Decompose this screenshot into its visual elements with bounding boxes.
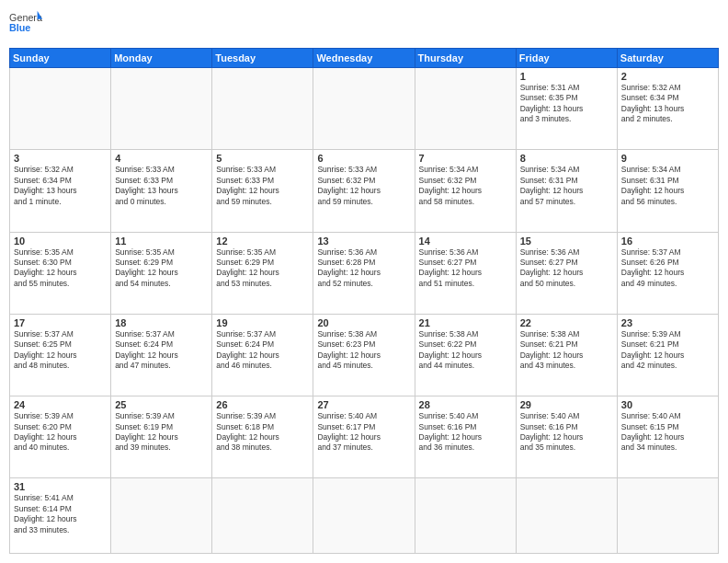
calendar-cell — [617, 478, 718, 554]
calendar-cell: 27Sunrise: 5:40 AM Sunset: 6:17 PM Dayli… — [313, 396, 415, 478]
calendar-cell: 16Sunrise: 5:37 AM Sunset: 6:26 PM Dayli… — [617, 232, 718, 314]
calendar-cell — [415, 478, 516, 554]
calendar-cell: 1Sunrise: 5:31 AM Sunset: 6:35 PM Daylig… — [516, 68, 617, 150]
week-row-0: 1Sunrise: 5:31 AM Sunset: 6:35 PM Daylig… — [10, 68, 719, 150]
day-info: Sunrise: 5:33 AM Sunset: 6:33 PM Dayligh… — [115, 165, 208, 207]
day-number: 3 — [14, 153, 107, 164]
svg-text:Blue: Blue — [9, 22, 30, 33]
weekday-header-saturday: Saturday — [617, 49, 718, 68]
day-number: 27 — [317, 399, 410, 410]
calendar-cell — [10, 68, 111, 150]
day-info: Sunrise: 5:41 AM Sunset: 6:14 PM Dayligh… — [14, 493, 107, 535]
header: General Blue — [9, 9, 719, 42]
day-number: 5 — [216, 153, 309, 164]
calendar-cell: 9Sunrise: 5:34 AM Sunset: 6:31 PM Daylig… — [617, 150, 718, 232]
day-number: 15 — [520, 236, 613, 247]
calendar-cell: 31Sunrise: 5:41 AM Sunset: 6:14 PM Dayli… — [10, 478, 111, 554]
page: General Blue SundayMondayTuesdayWednesda… — [0, 0, 728, 563]
calendar-cell — [111, 68, 212, 150]
day-number: 19 — [216, 317, 309, 328]
day-number: 14 — [419, 236, 512, 247]
calendar-cell — [111, 478, 212, 554]
day-info: Sunrise: 5:39 AM Sunset: 6:19 PM Dayligh… — [115, 411, 208, 454]
calendar-cell: 8Sunrise: 5:34 AM Sunset: 6:31 PM Daylig… — [516, 150, 617, 232]
day-info: Sunrise: 5:32 AM Sunset: 6:34 PM Dayligh… — [621, 83, 714, 125]
day-number: 23 — [621, 317, 714, 328]
calendar-cell: 11Sunrise: 5:35 AM Sunset: 6:29 PM Dayli… — [111, 232, 212, 314]
day-number: 31 — [14, 481, 107, 492]
calendar-cell: 12Sunrise: 5:35 AM Sunset: 6:29 PM Dayli… — [212, 232, 313, 314]
day-info: Sunrise: 5:31 AM Sunset: 6:35 PM Dayligh… — [520, 83, 613, 125]
logo: General Blue — [9, 9, 42, 42]
calendar-cell — [212, 478, 313, 554]
day-number: 8 — [520, 153, 613, 164]
calendar-cell: 10Sunrise: 5:35 AM Sunset: 6:30 PM Dayli… — [10, 232, 111, 314]
weekday-header-sunday: Sunday — [10, 49, 111, 68]
calendar-table: SundayMondayTuesdayWednesdayThursdayFrid… — [9, 48, 719, 554]
day-number: 20 — [317, 317, 410, 328]
calendar-cell: 2Sunrise: 5:32 AM Sunset: 6:34 PM Daylig… — [617, 68, 718, 150]
day-info: Sunrise: 5:37 AM Sunset: 6:25 PM Dayligh… — [14, 329, 107, 372]
week-row-4: 24Sunrise: 5:39 AM Sunset: 6:20 PM Dayli… — [10, 396, 719, 478]
calendar-cell: 20Sunrise: 5:38 AM Sunset: 6:23 PM Dayli… — [313, 314, 415, 396]
day-info: Sunrise: 5:37 AM Sunset: 6:26 PM Dayligh… — [621, 247, 714, 290]
day-number: 7 — [419, 153, 512, 164]
day-number: 18 — [115, 317, 208, 328]
day-number: 13 — [317, 236, 410, 247]
day-info: Sunrise: 5:39 AM Sunset: 6:21 PM Dayligh… — [621, 329, 714, 372]
weekday-header-tuesday: Tuesday — [212, 49, 313, 68]
day-info: Sunrise: 5:33 AM Sunset: 6:32 PM Dayligh… — [317, 165, 410, 207]
week-row-3: 17Sunrise: 5:37 AM Sunset: 6:25 PM Dayli… — [10, 314, 719, 396]
calendar-cell: 7Sunrise: 5:34 AM Sunset: 6:32 PM Daylig… — [415, 150, 516, 232]
weekday-header-friday: Friday — [516, 49, 617, 68]
calendar-cell: 28Sunrise: 5:40 AM Sunset: 6:16 PM Dayli… — [415, 396, 516, 478]
weekday-header-wednesday: Wednesday — [313, 49, 415, 68]
day-info: Sunrise: 5:39 AM Sunset: 6:20 PM Dayligh… — [14, 411, 107, 454]
calendar-cell: 17Sunrise: 5:37 AM Sunset: 6:25 PM Dayli… — [10, 314, 111, 396]
calendar-cell: 4Sunrise: 5:33 AM Sunset: 6:33 PM Daylig… — [111, 150, 212, 232]
day-number: 30 — [621, 399, 714, 410]
day-number: 17 — [14, 317, 107, 328]
day-info: Sunrise: 5:37 AM Sunset: 6:24 PM Dayligh… — [115, 329, 208, 372]
day-info: Sunrise: 5:36 AM Sunset: 6:27 PM Dayligh… — [419, 247, 512, 290]
day-number: 4 — [115, 153, 208, 164]
day-info: Sunrise: 5:40 AM Sunset: 6:16 PM Dayligh… — [520, 411, 613, 454]
day-info: Sunrise: 5:34 AM Sunset: 6:31 PM Dayligh… — [520, 165, 613, 207]
calendar-cell: 30Sunrise: 5:40 AM Sunset: 6:15 PM Dayli… — [617, 396, 718, 478]
calendar-cell: 26Sunrise: 5:39 AM Sunset: 6:18 PM Dayli… — [212, 396, 313, 478]
calendar-cell: 5Sunrise: 5:33 AM Sunset: 6:33 PM Daylig… — [212, 150, 313, 232]
week-row-5: 31Sunrise: 5:41 AM Sunset: 6:14 PM Dayli… — [10, 478, 719, 554]
calendar-cell: 15Sunrise: 5:36 AM Sunset: 6:27 PM Dayli… — [516, 232, 617, 314]
day-info: Sunrise: 5:33 AM Sunset: 6:33 PM Dayligh… — [216, 165, 309, 207]
day-number: 12 — [216, 236, 309, 247]
day-info: Sunrise: 5:32 AM Sunset: 6:34 PM Dayligh… — [14, 165, 107, 207]
day-info: Sunrise: 5:35 AM Sunset: 6:29 PM Dayligh… — [216, 247, 309, 290]
day-info: Sunrise: 5:37 AM Sunset: 6:24 PM Dayligh… — [216, 329, 309, 372]
day-number: 9 — [621, 153, 714, 164]
day-info: Sunrise: 5:40 AM Sunset: 6:16 PM Dayligh… — [419, 411, 512, 454]
day-number: 25 — [115, 399, 208, 410]
day-info: Sunrise: 5:38 AM Sunset: 6:21 PM Dayligh… — [520, 329, 613, 372]
calendar-cell: 6Sunrise: 5:33 AM Sunset: 6:32 PM Daylig… — [313, 150, 415, 232]
weekday-header-monday: Monday — [111, 49, 212, 68]
calendar-cell: 29Sunrise: 5:40 AM Sunset: 6:16 PM Dayli… — [516, 396, 617, 478]
day-number: 21 — [419, 317, 512, 328]
day-number: 1 — [520, 71, 613, 82]
calendar-cell: 24Sunrise: 5:39 AM Sunset: 6:20 PM Dayli… — [10, 396, 111, 478]
day-number: 6 — [317, 153, 410, 164]
weekday-header-thursday: Thursday — [415, 49, 516, 68]
day-info: Sunrise: 5:39 AM Sunset: 6:18 PM Dayligh… — [216, 411, 309, 454]
day-info: Sunrise: 5:36 AM Sunset: 6:27 PM Dayligh… — [520, 247, 613, 290]
day-number: 29 — [520, 399, 613, 410]
calendar-cell: 19Sunrise: 5:37 AM Sunset: 6:24 PM Dayli… — [212, 314, 313, 396]
calendar-cell — [516, 478, 617, 554]
day-number: 22 — [520, 317, 613, 328]
day-number: 28 — [419, 399, 512, 410]
day-number: 10 — [14, 236, 107, 247]
calendar-cell: 3Sunrise: 5:32 AM Sunset: 6:34 PM Daylig… — [10, 150, 111, 232]
calendar-cell: 14Sunrise: 5:36 AM Sunset: 6:27 PM Dayli… — [415, 232, 516, 314]
day-info: Sunrise: 5:38 AM Sunset: 6:22 PM Dayligh… — [419, 329, 512, 372]
calendar-cell — [212, 68, 313, 150]
day-info: Sunrise: 5:40 AM Sunset: 6:15 PM Dayligh… — [621, 411, 714, 454]
calendar-cell — [313, 68, 415, 150]
